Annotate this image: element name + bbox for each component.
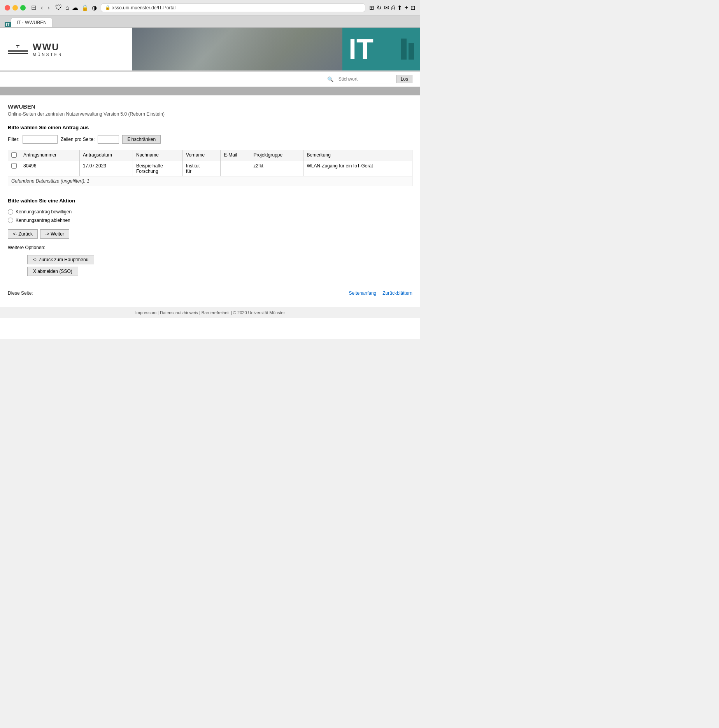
- radio-ablehnen[interactable]: [8, 218, 13, 223]
- row-checkbox-cell: [8, 161, 20, 176]
- traffic-lights: [5, 5, 26, 11]
- page-wrapper: WWU MÜNSTER IT 🔍 Los WWUBEN Online-Seite…: [0, 28, 420, 339]
- search-row: 🔍 Los: [0, 72, 420, 87]
- radio-option-2[interactable]: Kennungsantrag ablehnen: [8, 218, 412, 223]
- maximize-button[interactable]: [20, 5, 26, 11]
- new-tab-icon[interactable]: +: [405, 4, 408, 11]
- nav-buttons: <- Zurück -> Weiter: [8, 229, 412, 239]
- cell-bemerkung: WLAN-Zugang für ein IoT-Gerät: [303, 161, 412, 176]
- logo-name: WWU: [33, 42, 63, 53]
- privacy-icon: ◑: [92, 4, 97, 11]
- back-button[interactable]: <- Zurück: [8, 229, 38, 239]
- table-row: 80496 17.07.2023 BeispielhafteForschung …: [8, 161, 412, 176]
- radio-bewilligen[interactable]: [8, 209, 13, 215]
- select-all-checkbox[interactable]: [11, 152, 17, 158]
- hat-icon: [16, 45, 19, 48]
- page-footer: Diese Seite: Seitenanfang Zurückblättern: [8, 284, 412, 299]
- close-button[interactable]: [5, 5, 10, 11]
- tabs-icon[interactable]: ⊡: [410, 4, 416, 11]
- filter-section-heading: Bitte wählen Sie einen Antrag aus: [8, 125, 412, 130]
- cell-antragsdatum: 17.07.2023: [79, 161, 133, 176]
- main-menu-button[interactable]: <- Zurück zum Hauptmenü: [27, 255, 94, 264]
- logout-button[interactable]: X abmelden (SSO): [27, 267, 78, 276]
- radio-ablehnen-label: Kennungsantrag ablehnen: [16, 218, 70, 223]
- option-buttons: <- Zurück zum Hauptmenü X abmelden (SSO): [27, 255, 412, 276]
- mail-icon[interactable]: ✉: [384, 4, 389, 11]
- next-button[interactable]: -> Weiter: [40, 229, 69, 239]
- records-info: Gefundene Datensätze (ungefiltert): 1: [8, 176, 412, 186]
- seitenanfang-link[interactable]: Seitenanfang: [349, 290, 377, 296]
- row-checkbox[interactable]: [11, 163, 17, 169]
- main-content: WWUBEN Online-Seiten der zentralen Nutze…: [0, 95, 420, 307]
- shield-icon: 🛡: [55, 4, 62, 12]
- col-antragsdatum: Antragsdatum: [79, 150, 133, 161]
- page-title: WWUBEN: [8, 103, 412, 110]
- home-icon[interactable]: ⌂: [65, 4, 69, 11]
- col-email: E-Mail: [221, 150, 250, 161]
- header-photo: [132, 28, 342, 70]
- action-heading: Bitte wählen Sie eine Aktion: [8, 198, 412, 204]
- filter-row: Filter: Zeilen pro Seite: 50 Einschränke…: [8, 135, 412, 144]
- filter-label: Filter:: [8, 137, 19, 142]
- footer-left-label: Diese Seite:: [8, 290, 33, 296]
- checkbox-header: [8, 150, 20, 161]
- google-icon: 🔍: [327, 76, 333, 82]
- url-text: xsso.uni-muenster.de/IT-Portal: [112, 5, 175, 11]
- print-icon[interactable]: ⎙: [391, 4, 395, 11]
- site-header: WWU MÜNSTER IT: [0, 28, 420, 72]
- forward-icon[interactable]: ›: [46, 4, 51, 12]
- radio-bewilligen-label: Kennungsantrag bewilligen: [16, 209, 72, 215]
- gray-divider: [0, 87, 420, 95]
- sidebar-toggle-icon[interactable]: ⊟: [30, 3, 38, 12]
- cell-nachname: BeispielhafteForschung: [133, 161, 182, 176]
- footer-links: Seitenanfang Zurückblättern: [349, 290, 412, 296]
- address-bar[interactable]: 🔒 xsso.uni-muenster.de/IT-Portal: [101, 4, 365, 12]
- translate-icon[interactable]: ⊞: [369, 4, 374, 11]
- col-projektgruppe: Projektgruppe: [250, 150, 303, 161]
- more-options-label: Weitere Optionen:: [8, 245, 412, 250]
- col-vorname: Vorname: [183, 150, 221, 161]
- rows-label: Zeilen pro Seite:: [61, 137, 95, 142]
- filter-input[interactable]: [23, 135, 58, 144]
- page-subtitle: Online-Seiten der zentralen Nutzerverwal…: [8, 111, 412, 117]
- browser-chrome: ⊟ ‹ › 🛡 ⌂ ☁ 🔒 ◑ 🔒 xsso.uni-muenster.de/I…: [0, 0, 420, 28]
- bottom-footer-text: Impressum | Datenschutzhinweis | Barrier…: [135, 310, 285, 315]
- tab-icon: IT: [5, 22, 11, 27]
- back-icon[interactable]: ‹: [39, 4, 44, 12]
- wwu-logo: [8, 45, 28, 54]
- col-bemerkung: Bemerkung: [303, 150, 412, 161]
- it-bars: [401, 35, 414, 63]
- cell-projektgruppe: z2fkt: [250, 161, 303, 176]
- cloud-icon: ☁: [72, 4, 78, 11]
- rows-input[interactable]: 50: [98, 135, 119, 144]
- col-nachname: Nachname: [133, 150, 182, 161]
- minimize-button[interactable]: [12, 5, 18, 11]
- it-banner: IT: [342, 28, 420, 70]
- lock-small-icon: 🔒: [105, 5, 110, 10]
- cell-email: [221, 161, 250, 176]
- tab-title: IT - WWUBEN: [17, 20, 47, 25]
- filter-button[interactable]: Einschränken: [122, 135, 161, 144]
- logo-area: WWU MÜNSTER: [0, 28, 132, 70]
- it-label: IT: [349, 35, 374, 63]
- radio-option-1[interactable]: Kennungsantrag bewilligen: [8, 209, 412, 215]
- cell-vorname: Institutfür: [183, 161, 221, 176]
- active-tab[interactable]: IT - WWUBEN: [11, 18, 53, 27]
- share-icon[interactable]: ⬆: [397, 4, 402, 11]
- logo-subtitle: MÜNSTER: [33, 53, 63, 57]
- logo-text-group: WWU MÜNSTER: [33, 42, 63, 57]
- bottom-footer: Impressum | Datenschutzhinweis | Barrier…: [0, 307, 420, 318]
- search-input[interactable]: [336, 75, 394, 83]
- table-header-row: Antragsnummer Antragsdatum Nachname Vorn…: [8, 150, 412, 161]
- search-button[interactable]: Los: [396, 75, 412, 83]
- refresh-icon[interactable]: ↻: [377, 4, 382, 11]
- applications-table: Antragsnummer Antragsdatum Nachname Vorn…: [8, 150, 412, 176]
- zurückblättern-link[interactable]: Zurückblättern: [382, 290, 412, 296]
- action-section: Bitte wählen Sie eine Aktion Kennungsant…: [8, 198, 412, 276]
- cell-antragsnummer: 80496: [20, 161, 80, 176]
- col-antragsnummer: Antragsnummer: [20, 150, 80, 161]
- lock-icon: 🔒: [81, 4, 89, 11]
